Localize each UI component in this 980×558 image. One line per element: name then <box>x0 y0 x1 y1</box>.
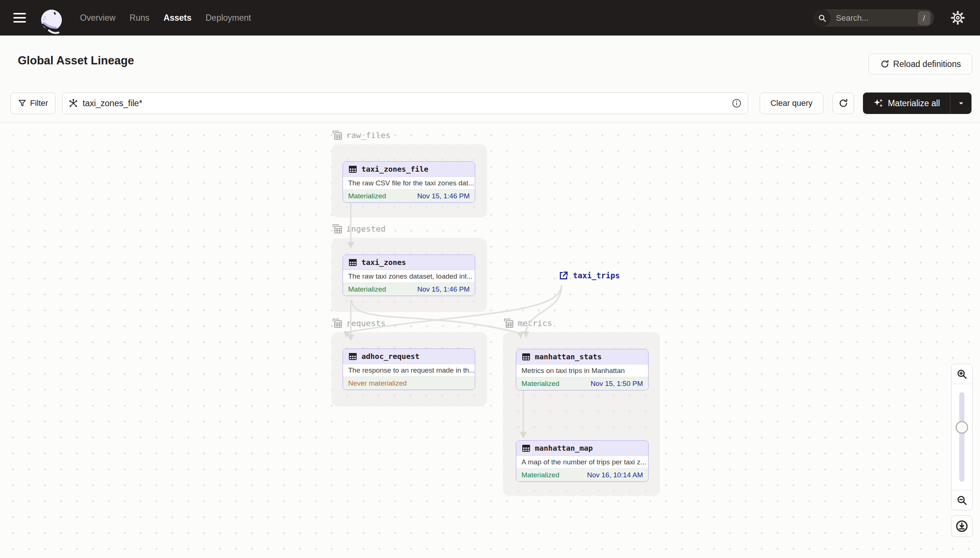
asset-name: manhattan_stats <box>535 352 602 361</box>
group-label-raw-files[interactable]: raw_files <box>331 130 390 141</box>
dagster-logo[interactable] <box>38 8 65 35</box>
asset-status-row: Never materialized <box>343 377 475 390</box>
refresh-button[interactable] <box>833 92 854 114</box>
asset-status-row: Materialized Nov 15, 1:46 PM <box>343 189 475 202</box>
asset-description: A map of the number of trips per taxi z.… <box>516 456 648 468</box>
nav-links: Overview Runs Assets Deployment <box>80 0 251 36</box>
asset-description: Metrics on taxi trips in Manhattan <box>516 364 648 377</box>
group-label-text: ingested <box>346 224 385 233</box>
search-placeholder: Search... <box>836 13 918 23</box>
top-nav: Overview Runs Assets Deployment Search..… <box>0 0 980 36</box>
group-label-text: raw_files <box>346 131 390 140</box>
group-label-metrics[interactable]: metrics <box>503 317 552 328</box>
asset-description: The raw CSV file for the taxi zones dat.… <box>343 177 475 189</box>
group-table-icon <box>331 130 343 141</box>
reload-icon <box>880 59 889 69</box>
reload-label: Reload definitions <box>893 59 961 69</box>
nav-overview[interactable]: Overview <box>80 13 115 23</box>
zoom-in-icon <box>956 368 968 380</box>
asset-status-row: Materialized Nov 16, 10:14 AM <box>516 468 648 481</box>
asset-name: manhattan_map <box>535 444 593 453</box>
zoom-out-button[interactable] <box>952 490 972 510</box>
download-icon <box>955 520 968 533</box>
nav-assets[interactable]: Assets <box>164 13 191 23</box>
download-image-button[interactable] <box>951 515 973 537</box>
group-table-icon <box>503 317 514 328</box>
zoom-slider-thumb[interactable] <box>955 421 968 434</box>
zoom-slider-track[interactable] <box>959 392 964 482</box>
asset-name: taxi_zones_file <box>361 165 428 174</box>
search-shortcut-key: / <box>918 11 931 25</box>
status-badge: Materialized <box>348 285 386 294</box>
asset-status-row: Materialized Nov 15, 1:50 PM <box>516 377 648 390</box>
page-title: Global Asset Lineage <box>18 54 134 67</box>
lineage-canvas[interactable] <box>0 123 980 558</box>
external-asset-taxi-trips[interactable]: taxi_trips <box>558 271 619 281</box>
table-grid-icon <box>348 352 357 361</box>
group-table-icon <box>331 223 343 234</box>
zoom-slider[interactable] <box>952 384 972 490</box>
table-grid-icon <box>522 444 531 453</box>
external-link-icon <box>558 271 568 281</box>
asset-node-header: adhoc_request <box>343 349 475 364</box>
asset-status-row: Materialized Nov 15, 1:46 PM <box>343 283 475 295</box>
asset-node-taxi-zones[interactable]: taxi_zones The raw taxi zones dataset, l… <box>343 254 475 296</box>
filter-button[interactable]: Filter <box>10 92 56 114</box>
funnel-icon <box>18 99 27 108</box>
filter-label: Filter <box>30 98 48 108</box>
group-label-text: metrics <box>518 318 552 328</box>
query-value: taxi_zones_file* <box>82 98 727 108</box>
asset-lineage-screen: Overview Runs Assets Deployment Search..… <box>0 0 980 558</box>
status-badge: Materialized <box>522 471 559 479</box>
materialization-timestamp[interactable]: Nov 15, 1:46 PM <box>417 192 469 200</box>
gear-icon[interactable] <box>950 10 965 25</box>
menu-icon[interactable] <box>13 10 28 25</box>
sparkles-icon <box>873 98 884 109</box>
asset-description: The response to an request made in th... <box>343 364 475 377</box>
asset-description: The raw taxi zones dataset, loaded int..… <box>343 270 475 283</box>
search-input[interactable]: Search... / <box>813 9 934 27</box>
group-label-requests[interactable]: requests <box>331 317 385 328</box>
clear-query-label: Clear query <box>770 98 813 108</box>
materialize-dropdown-button[interactable] <box>950 92 972 114</box>
table-grid-icon <box>348 258 357 267</box>
lineage-icon <box>69 98 78 108</box>
status-badge: Never materialized <box>348 379 407 387</box>
status-badge: Materialized <box>348 192 386 200</box>
external-asset-name: taxi_trips <box>573 271 619 280</box>
asset-name: adhoc_request <box>361 352 420 361</box>
asset-name: taxi_zones <box>361 258 406 267</box>
status-badge: Materialized <box>522 380 559 388</box>
materialize-all-main[interactable]: Materialize all <box>863 92 950 114</box>
materialize-all-label: Materialize all <box>888 98 940 108</box>
zoom-panel <box>951 364 973 510</box>
group-label-ingested[interactable]: ingested <box>331 223 385 234</box>
chevron-down-icon <box>957 99 965 107</box>
nav-deployment[interactable]: Deployment <box>206 13 251 23</box>
materialize-all-button[interactable]: Materialize all <box>863 92 972 114</box>
asset-node-manhattan-stats[interactable]: manhattan_stats Metrics on taxi trips in… <box>516 349 649 391</box>
asset-query-input[interactable]: taxi_zones_file* <box>62 92 748 114</box>
materialization-timestamp[interactable]: Nov 15, 1:50 PM <box>590 380 643 388</box>
asset-node-header: taxi_zones_file <box>343 162 475 177</box>
asset-node-header: manhattan_map <box>516 441 648 456</box>
asset-node-adhoc-request[interactable]: adhoc_request The response to an request… <box>343 349 475 390</box>
clear-query-button[interactable]: Clear query <box>759 92 824 114</box>
asset-node-manhattan-map[interactable]: manhattan_map A map of the number of tri… <box>516 440 649 482</box>
table-grid-icon <box>348 165 357 174</box>
group-label-text: requests <box>346 318 385 328</box>
asset-node-header: taxi_zones <box>343 255 475 270</box>
search-icon <box>813 9 831 27</box>
nav-runs[interactable]: Runs <box>130 13 150 23</box>
reload-definitions-button[interactable]: Reload definitions <box>868 54 972 74</box>
zoom-in-button[interactable] <box>952 364 972 384</box>
info-icon[interactable] <box>731 98 742 108</box>
refresh-icon <box>838 98 848 108</box>
asset-node-taxi-zones-file[interactable]: taxi_zones_file The raw CSV file for the… <box>343 161 475 203</box>
zoom-out-icon <box>956 494 968 506</box>
asset-node-header: manhattan_stats <box>516 349 648 364</box>
table-grid-icon <box>522 352 531 361</box>
materialization-timestamp[interactable]: Nov 15, 1:46 PM <box>417 285 469 294</box>
materialization-timestamp[interactable]: Nov 16, 10:14 AM <box>587 471 643 479</box>
group-table-icon <box>331 317 343 328</box>
